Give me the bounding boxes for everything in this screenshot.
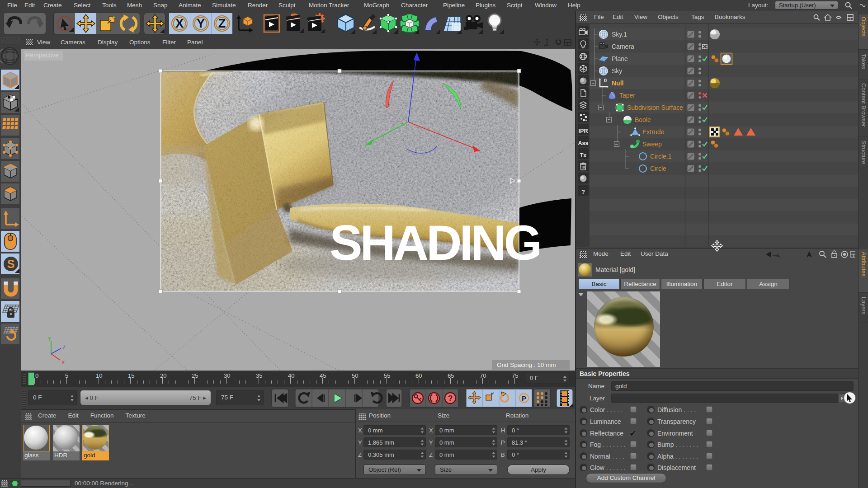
svg-text:Tx: Tx — [580, 152, 587, 159]
svg-text:Plane: Plane — [612, 55, 628, 62]
svg-text:Boole: Boole — [635, 116, 651, 123]
svg-text:Sky: Sky — [612, 67, 622, 75]
svg-text:Z: Z — [218, 17, 226, 30]
svg-text:Subdivision Surface: Subdivision Surface — [627, 104, 683, 111]
svg-text:Camera: Camera — [612, 43, 634, 50]
svg-text:Y: Y — [197, 17, 205, 30]
svg-text:Ass: Ass — [578, 140, 589, 146]
svg-text:IPR: IPR — [579, 128, 588, 134]
svg-text:X: X — [175, 17, 184, 30]
svg-text:Y: Y — [48, 336, 52, 342]
svg-text:P: P — [522, 394, 526, 402]
svg-text:Z: Z — [62, 345, 66, 350]
svg-text:Circle.1: Circle.1 — [650, 153, 672, 160]
svg-text:SHADING: SHADING — [330, 215, 540, 270]
svg-text:?: ? — [581, 188, 585, 195]
svg-text:S: S — [7, 258, 15, 270]
svg-text:Sweep: Sweep — [642, 141, 662, 148]
svg-text:?: ? — [448, 394, 453, 403]
svg-text:Extrude: Extrude — [642, 128, 664, 136]
svg-text:X: X — [61, 360, 65, 365]
svg-text:Circle: Circle — [650, 165, 666, 172]
svg-text:Sky.1: Sky.1 — [612, 31, 627, 38]
svg-text:Grid Spacing : 10 mm: Grid Spacing : 10 mm — [497, 361, 556, 368]
svg-text:Taper: Taper — [619, 92, 635, 99]
svg-text:0: 0 — [604, 78, 607, 83]
svg-text:Null: Null — [612, 80, 623, 87]
